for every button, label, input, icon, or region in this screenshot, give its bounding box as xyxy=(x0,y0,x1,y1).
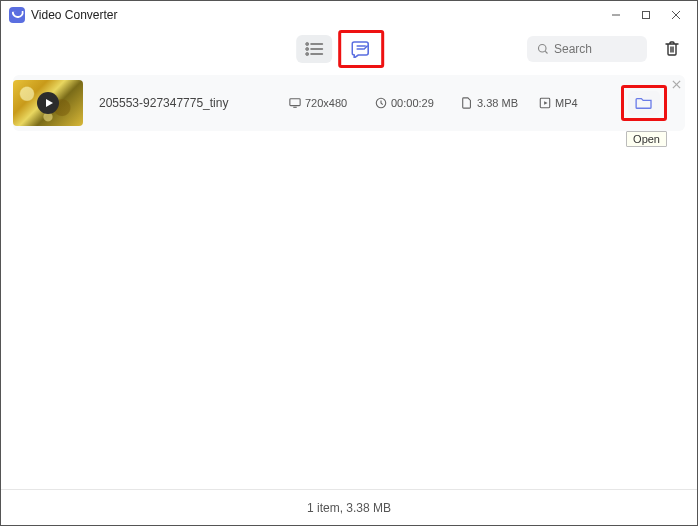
format-meta: MP4 xyxy=(539,97,597,109)
status-bar: 1 item, 3.38 MB xyxy=(1,489,697,525)
list-item[interactable]: 205553-927347775_tiny 720x480 00:00:29 3… xyxy=(13,75,685,131)
svg-point-12 xyxy=(539,45,547,53)
svg-point-4 xyxy=(306,43,309,46)
svg-rect-16 xyxy=(290,99,300,106)
list-view-button[interactable] xyxy=(296,35,332,63)
video-thumbnail[interactable] xyxy=(13,80,83,126)
file-name: 205553-927347775_tiny xyxy=(99,96,289,110)
close-icon xyxy=(672,80,681,89)
clear-all-button[interactable] xyxy=(659,36,685,62)
status-summary: 1 item, 3.38 MB xyxy=(307,501,391,515)
edit-metadata-button[interactable] xyxy=(343,35,379,63)
close-window-button[interactable] xyxy=(661,4,691,26)
remove-item-button[interactable] xyxy=(669,77,683,91)
svg-point-8 xyxy=(306,53,309,56)
monitor-icon xyxy=(289,97,301,109)
svg-point-6 xyxy=(306,48,309,51)
app-title: Video Converter xyxy=(31,8,118,22)
trash-icon xyxy=(663,40,681,58)
maximize-button[interactable] xyxy=(631,4,661,26)
duration-value: 00:00:29 xyxy=(391,97,434,109)
app-logo-icon xyxy=(9,7,25,23)
search-icon xyxy=(537,43,549,55)
highlight-annotation xyxy=(621,85,667,121)
play-icon xyxy=(37,92,59,114)
highlight-annotation xyxy=(338,30,384,68)
play-square-icon xyxy=(539,97,551,109)
format-value: MP4 xyxy=(555,97,578,109)
size-value: 3.38 MB xyxy=(477,97,518,109)
open-folder-button[interactable] xyxy=(628,91,660,115)
folder-icon xyxy=(635,96,653,110)
duration-meta: 00:00:29 xyxy=(375,97,461,109)
resolution-value: 720x480 xyxy=(305,97,347,109)
clock-icon xyxy=(375,97,387,109)
svg-line-13 xyxy=(545,51,547,53)
resolution-meta: 720x480 xyxy=(289,97,375,109)
search-input[interactable] xyxy=(554,42,634,56)
open-tooltip: Open xyxy=(626,131,667,147)
titlebar: Video Converter xyxy=(1,1,697,29)
size-meta: 3.38 MB xyxy=(461,97,539,109)
file-icon xyxy=(461,97,473,109)
minimize-button[interactable] xyxy=(601,4,631,26)
file-list: 205553-927347775_tiny 720x480 00:00:29 3… xyxy=(1,69,697,131)
toolbar xyxy=(1,29,697,69)
search-box[interactable] xyxy=(527,36,647,62)
svg-rect-1 xyxy=(643,12,650,19)
